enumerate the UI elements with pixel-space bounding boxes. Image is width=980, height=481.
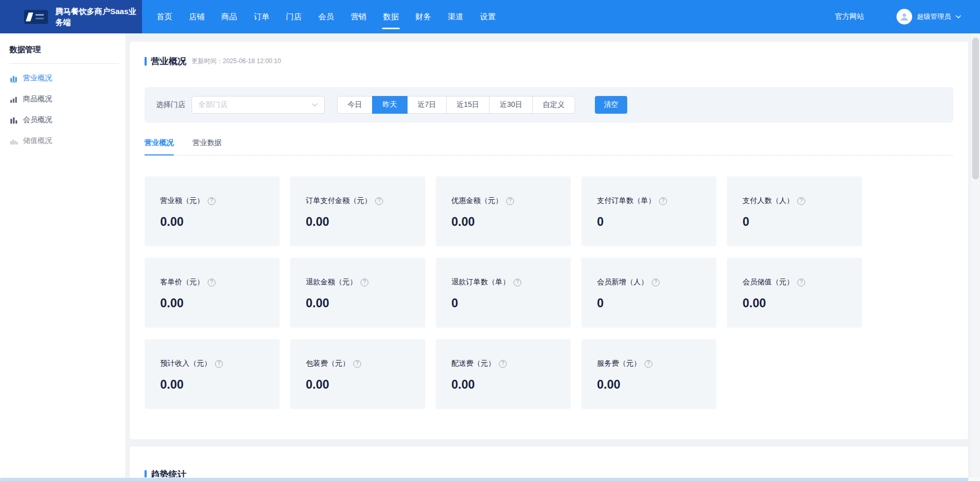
stat-value: 0.00 [306,296,410,310]
stat-value: 0.00 [743,296,846,310]
stat-card-packaging-fee: 包装费（元）? 0.00 [290,339,425,409]
brand-logo-icon [24,10,48,24]
stat-label: 会员储值（元） [743,278,794,287]
help-icon[interactable]: ? [506,197,514,205]
nav-item-marketing[interactable]: 营销 [342,0,375,33]
nav-item-goods[interactable]: 商品 [213,0,245,33]
help-icon[interactable]: ? [361,279,368,286]
stat-card-expected-income: 预计收入（元）? 0.00 [145,339,280,409]
section-header: 营业概况 更新时间：2025-06-18 12:00:10 [145,55,953,67]
range-button-today[interactable]: 今日 [337,96,373,114]
stat-value: 0 [743,215,846,229]
navbar-right: 官方网站 超级管理员 [835,9,980,25]
stat-label: 退款金额（元） [306,278,357,287]
tab-business-data[interactable]: 营业数据 [193,138,222,155]
store-select-label: 选择门店 [156,100,185,110]
user-menu[interactable]: 超级管理员 [897,9,961,25]
sidebar-item-label: 会员概况 [23,115,52,125]
official-site-link[interactable]: 官方网站 [835,12,864,21]
main-content: 营业概况 更新时间：2025-06-18 12:00:10 选择门店 全部门店 … [130,33,968,481]
nav-item-settings[interactable]: 设置 [472,0,504,33]
help-icon[interactable]: ? [375,197,383,205]
top-navbar: 腾马餐饮多商户Saas业务端 首页 店铺 商品 订单 门店 会员 营销 数据 财… [0,0,980,33]
range-button-yesterday[interactable]: 昨天 [372,96,408,114]
stat-card-discount-amount: 优惠金额（元）? 0.00 [436,176,571,246]
range-button-7days[interactable]: 近7日 [407,96,447,114]
nav-item-shop[interactable]: 店铺 [181,0,213,33]
help-icon[interactable]: ? [797,197,805,205]
stat-label: 支付人数（人） [743,196,794,206]
horizontal-scrollbar[interactable] [0,477,980,481]
store-select[interactable]: 全部门店 [192,96,325,114]
sidebar-item-stored-value-overview[interactable]: 储值概况 [0,130,125,151]
nav-item-stores[interactable]: 门店 [278,0,310,33]
stat-value: 0 [597,296,701,310]
stat-card-service-fee: 服务费（元）? 0.00 [581,339,716,409]
bar-chart-icon [10,95,18,103]
vertical-scrollbar-thumb[interactable] [972,38,979,179]
stat-label: 优惠金额（元） [451,196,503,206]
range-button-custom[interactable]: 自定义 [532,96,575,114]
user-icon [899,11,910,22]
stat-card-refund-amount: 退款金额（元）? 0.00 [290,258,425,328]
range-button-30days[interactable]: 近30日 [489,96,533,114]
help-icon[interactable]: ? [353,360,361,368]
horizontal-scrollbar-thumb[interactable] [0,478,969,481]
sidebar-item-label: 商品概况 [23,94,52,104]
bar-chart-icon [10,116,18,124]
bar-chart-icon [10,137,18,145]
vertical-scrollbar[interactable] [971,33,980,477]
help-icon[interactable]: ? [208,279,216,286]
username-label: 超级管理员 [917,12,951,21]
range-button-15days[interactable]: 近15日 [446,96,490,114]
stats-grid: 营业额（元）? 0.00 订单支付金额（元）? 0.00 优惠金额（元）? 0.… [145,176,953,409]
sidebar-item-member-overview[interactable]: 会员概况 [0,110,125,130]
stat-value: 0.00 [306,215,410,229]
help-icon[interactable]: ? [659,197,667,205]
stat-label: 订单支付金额（元） [306,196,372,206]
clear-button[interactable]: 清空 [595,96,627,114]
sidebar: 数据管理 营业概况 商品概况 会员概况 储值概况 [0,33,125,481]
page-title: 营业概况 [151,55,186,67]
help-icon[interactable]: ? [652,279,660,286]
help-icon[interactable]: ? [644,360,652,368]
stat-card-member-stored-value: 会员储值（元）? 0.00 [727,258,862,328]
stat-value: 0.00 [160,378,264,392]
nav-item-finance[interactable]: 财务 [407,0,439,33]
stat-label: 预计收入（元） [160,359,211,368]
sidebar-item-business-overview[interactable]: 营业概况 [0,68,125,89]
trend-stats-card: 趋势统计 [130,447,968,481]
help-icon[interactable]: ? [499,360,507,368]
tab-business-overview[interactable]: 营业概况 [145,138,174,155]
help-icon[interactable]: ? [513,279,521,286]
sidebar-item-goods-overview[interactable]: 商品概况 [0,89,125,110]
nav-item-data[interactable]: 数据 [375,0,407,33]
stat-label: 客单价（元） [160,278,204,287]
filter-panel: 选择门店 全部门店 今日 昨天 近7日 近15日 近30日 自定义 清空 [145,87,953,123]
avatar [897,9,912,25]
stat-card-new-members: 会员新增（人）? 0 [581,258,716,328]
stat-card-paying-users: 支付人数（人）? 0 [727,176,862,246]
nav-item-home[interactable]: 首页 [148,0,181,33]
stat-card-revenue: 营业额（元）? 0.00 [145,176,280,246]
store-select-placeholder: 全部门店 [198,100,228,110]
date-range-group: 今日 昨天 近7日 近15日 近30日 自定义 [337,96,575,114]
update-time-label: 更新时间： [192,57,223,65]
sidebar-title: 数据管理 [0,42,125,63]
nav-item-orders[interactable]: 订单 [245,0,278,33]
stat-card-delivery-fee: 配送费（元）? 0.00 [436,339,571,409]
help-icon[interactable]: ? [797,279,805,286]
sidebar-divider [9,63,119,64]
stat-label: 服务费（元） [597,359,641,368]
nav-item-members[interactable]: 会员 [310,0,342,33]
stat-value: 0.00 [451,215,555,229]
stat-label: 营业额（元） [160,196,204,206]
stat-label: 会员新增（人） [597,278,648,287]
stat-label: 包装费（元） [306,359,350,368]
nav-item-channels[interactable]: 渠道 [439,0,472,33]
help-icon[interactable]: ? [215,360,223,368]
stat-card-avg-order-value: 客单价（元）? 0.00 [145,258,280,328]
update-time: 更新时间：2025-06-18 12:00:10 [192,57,281,66]
help-icon[interactable]: ? [208,197,216,205]
overview-tabs: 营业概况 营业数据 [145,138,953,155]
